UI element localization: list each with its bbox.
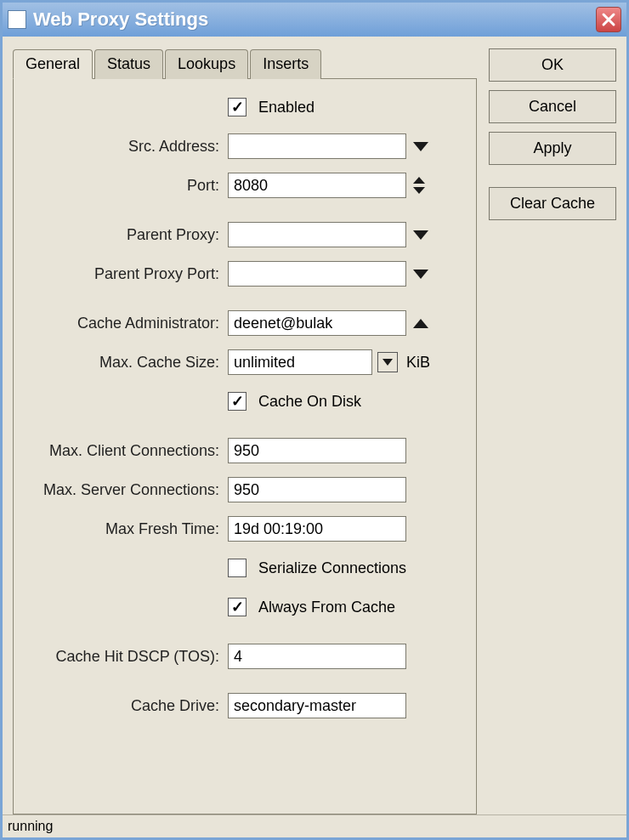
max-fresh-time-label: Max Fresh Time: <box>24 520 228 538</box>
cache-admin-input[interactable] <box>228 310 406 336</box>
clear-cache-button[interactable]: Clear Cache <box>489 187 616 220</box>
cancel-button[interactable]: Cancel <box>489 90 616 123</box>
tab-inserts[interactable]: Inserts <box>250 49 321 79</box>
cache-hit-dscp-input[interactable] <box>228 644 406 669</box>
src-address-input[interactable] <box>228 133 406 159</box>
close-button[interactable] <box>596 7 621 32</box>
serialize-conn-label: Serialize Connections <box>258 559 406 577</box>
tab-general[interactable]: General <box>13 49 93 79</box>
window-title: Web Proxy Settings <box>33 9 596 31</box>
parent-proxy-input[interactable] <box>228 222 406 247</box>
always-from-cache-checkbox[interactable] <box>228 598 246 616</box>
spinner-up-icon[interactable] <box>411 176 427 184</box>
enabled-label: Enabled <box>258 99 314 116</box>
port-input[interactable] <box>228 173 406 198</box>
kib-label: KiB <box>406 354 430 372</box>
cache-admin-collapse[interactable] <box>411 315 430 331</box>
src-address-dropdown[interactable] <box>411 139 430 154</box>
max-client-conn-input[interactable] <box>228 438 406 463</box>
left-panel: General Status Lookups Inserts Enabled S… <box>13 48 477 814</box>
button-column: OK Cancel Apply Clear Cache <box>489 48 616 814</box>
max-server-conn-label: Max. Server Connections: <box>24 481 228 499</box>
always-from-cache-label: Always From Cache <box>258 599 395 616</box>
port-spinner[interactable] <box>411 176 427 195</box>
tab-panel-general: Enabled Src. Address: Port: <box>13 78 477 814</box>
max-cache-size-label: Max. Cache Size: <box>24 354 228 372</box>
close-icon <box>601 12 616 27</box>
parent-proxy-port-label: Parent Proxy Port: <box>24 265 228 283</box>
max-fresh-time-input[interactable] <box>228 516 406 542</box>
max-cache-size-input[interactable] <box>228 349 372 375</box>
cache-drive-label: Cache Drive: <box>24 697 228 715</box>
cache-drive-value: secondary-master <box>228 693 406 718</box>
enabled-checkbox[interactable] <box>228 98 246 116</box>
spinner-down-icon[interactable] <box>411 186 427 195</box>
cache-on-disk-checkbox[interactable] <box>228 392 246 411</box>
port-label: Port: <box>24 177 228 195</box>
tab-lookups[interactable]: Lookups <box>165 49 248 79</box>
max-client-conn-label: Max. Client Connections: <box>24 442 228 460</box>
status-bar: running <box>3 814 626 837</box>
serialize-conn-checkbox[interactable] <box>228 559 246 577</box>
cache-on-disk-label: Cache On Disk <box>258 393 361 411</box>
titlebar: Web Proxy Settings <box>3 3 626 37</box>
parent-proxy-port-input[interactable] <box>228 261 406 287</box>
parent-proxy-port-dropdown[interactable] <box>411 266 430 281</box>
apply-button[interactable]: Apply <box>489 132 616 165</box>
tab-status[interactable]: Status <box>94 49 163 79</box>
body: General Status Lookups Inserts Enabled S… <box>3 37 626 814</box>
parent-proxy-label: Parent Proxy: <box>24 226 228 244</box>
cache-hit-dscp-label: Cache Hit DSCP (TOS): <box>24 648 228 666</box>
ok-button[interactable]: OK <box>489 48 616 82</box>
src-address-label: Src. Address: <box>24 138 228 156</box>
max-cache-size-dropdown[interactable] <box>377 352 398 372</box>
tab-bar: General Status Lookups Inserts <box>13 48 477 78</box>
cache-admin-label: Cache Administrator: <box>24 315 228 332</box>
app-icon <box>8 10 26 29</box>
max-server-conn-input[interactable] <box>228 477 406 502</box>
window: Web Proxy Settings General Status Lookup… <box>0 0 629 840</box>
parent-proxy-dropdown[interactable] <box>411 227 430 242</box>
status-text: running <box>8 819 53 833</box>
